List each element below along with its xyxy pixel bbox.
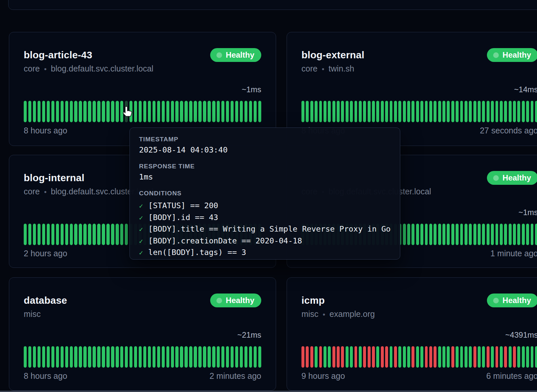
uptime-bar[interactable] xyxy=(473,224,476,245)
uptime-bar[interactable] xyxy=(372,101,375,122)
uptime-bar[interactable] xyxy=(24,224,27,245)
uptime-bar[interactable] xyxy=(324,346,326,368)
uptime-bar[interactable] xyxy=(425,224,428,245)
uptime-bar[interactable] xyxy=(420,346,423,368)
uptime-bar[interactable] xyxy=(434,101,437,122)
uptime-bar[interactable] xyxy=(244,346,247,368)
uptime-bar[interactable] xyxy=(88,101,91,122)
uptime-bar[interactable] xyxy=(258,346,261,368)
uptime-bar[interactable] xyxy=(517,346,520,368)
uptime-bar[interactable] xyxy=(194,101,197,122)
uptime-bar[interactable] xyxy=(416,346,419,368)
uptime-bar[interactable] xyxy=(390,101,393,122)
uptime-bar[interactable] xyxy=(398,101,401,122)
uptime-bar[interactable] xyxy=(337,346,340,368)
uptime-bar[interactable] xyxy=(451,224,454,245)
uptime-bar[interactable] xyxy=(526,224,529,245)
uptime-bar[interactable] xyxy=(429,346,432,368)
uptime-bar[interactable] xyxy=(116,224,119,245)
uptime-bar[interactable] xyxy=(491,346,494,368)
uptime-bar[interactable] xyxy=(235,101,238,122)
uptime-bar[interactable] xyxy=(226,346,229,368)
uptime-bar[interactable] xyxy=(403,101,406,122)
uptime-bar[interactable] xyxy=(184,101,187,122)
uptime-bar[interactable] xyxy=(517,101,520,122)
uptime-bar[interactable] xyxy=(157,346,160,368)
uptime-bar[interactable] xyxy=(438,346,441,368)
uptime-bar[interactable] xyxy=(438,224,441,245)
uptime-bar[interactable] xyxy=(456,346,459,368)
uptime-bar[interactable] xyxy=(33,101,36,122)
uptime-bar[interactable] xyxy=(504,224,507,245)
uptime-bar[interactable] xyxy=(33,346,36,368)
uptime-bar[interactable] xyxy=(482,101,485,122)
uptime-bar[interactable] xyxy=(194,346,197,368)
uptime-bar[interactable] xyxy=(120,346,123,368)
uptime-bar[interactable] xyxy=(354,346,357,368)
uptime-bar[interactable] xyxy=(531,101,534,122)
uptime-bar[interactable] xyxy=(226,101,229,122)
uptime-bar[interactable] xyxy=(478,101,481,122)
uptime-bar[interactable] xyxy=(385,346,388,368)
uptime-bar[interactable] xyxy=(456,224,459,245)
uptime-bar[interactable] xyxy=(469,346,472,368)
uptime-bar[interactable] xyxy=(478,346,481,368)
uptime-bar[interactable] xyxy=(166,101,169,122)
uptime-bar[interactable] xyxy=(526,346,529,368)
uptime-bar[interactable] xyxy=(93,224,96,245)
uptime-bar[interactable] xyxy=(47,101,50,122)
uptime-bar[interactable] xyxy=(28,346,31,368)
service-card[interactable]: database Healthy misc• ~21ms 8 hours ago… xyxy=(9,277,276,391)
uptime-bar[interactable] xyxy=(332,346,335,368)
uptime-bar[interactable] xyxy=(61,346,64,368)
uptime-bar[interactable] xyxy=(350,346,353,368)
uptime-bar[interactable] xyxy=(442,346,445,368)
uptime-bar[interactable] xyxy=(306,101,309,122)
uptime-bar[interactable] xyxy=(425,101,428,122)
uptime-bar[interactable] xyxy=(522,346,525,368)
uptime-bar[interactable] xyxy=(460,346,463,368)
uptime-bar[interactable] xyxy=(456,101,459,122)
uptime-bar[interactable] xyxy=(434,346,437,368)
uptime-bar[interactable] xyxy=(162,346,165,368)
uptime-bar[interactable] xyxy=(442,101,445,122)
uptime-bar[interactable] xyxy=(56,224,59,245)
uptime-bar[interactable] xyxy=(447,101,450,122)
uptime-bar[interactable] xyxy=(38,224,41,245)
uptime-bar[interactable] xyxy=(487,101,490,122)
uptime-bar[interactable] xyxy=(469,224,472,245)
uptime-bar[interactable] xyxy=(33,224,36,245)
uptime-bar[interactable] xyxy=(24,346,27,368)
uptime-bar[interactable] xyxy=(83,346,86,368)
uptime-bar[interactable] xyxy=(509,101,512,122)
uptime-bar[interactable] xyxy=(403,224,406,245)
uptime-bar[interactable] xyxy=(70,224,73,245)
uptime-bar[interactable] xyxy=(495,101,498,122)
uptime-bar[interactable] xyxy=(79,101,82,122)
uptime-bar[interactable] xyxy=(368,101,371,122)
uptime-bar[interactable] xyxy=(212,346,215,368)
uptime-bar[interactable] xyxy=(310,346,313,368)
uptime-bar[interactable] xyxy=(42,101,45,122)
uptime-bar[interactable] xyxy=(354,101,357,122)
uptime-bar[interactable] xyxy=(429,224,432,245)
uptime-bar[interactable] xyxy=(465,224,467,245)
uptime-bar[interactable] xyxy=(324,101,326,122)
uptime-bar[interactable] xyxy=(341,101,344,122)
uptime-bar[interactable] xyxy=(491,101,494,122)
uptime-bar[interactable] xyxy=(478,224,481,245)
uptime-bar[interactable] xyxy=(111,224,114,245)
uptime-bar[interactable] xyxy=(79,346,82,368)
uptime-bar[interactable] xyxy=(411,224,414,245)
uptime-bar[interactable] xyxy=(359,346,362,368)
uptime-bar[interactable] xyxy=(381,346,384,368)
uptime-bar[interactable] xyxy=(139,101,142,122)
uptime-bar[interactable] xyxy=(28,101,31,122)
uptime-bar[interactable] xyxy=(407,224,410,245)
uptime-bar[interactable] xyxy=(319,346,322,368)
uptime-bar[interactable] xyxy=(434,224,437,245)
uptime-bar[interactable] xyxy=(469,101,472,122)
uptime-bar[interactable] xyxy=(171,346,174,368)
uptime-bar[interactable] xyxy=(482,224,485,245)
uptime-bar[interactable] xyxy=(451,346,454,368)
